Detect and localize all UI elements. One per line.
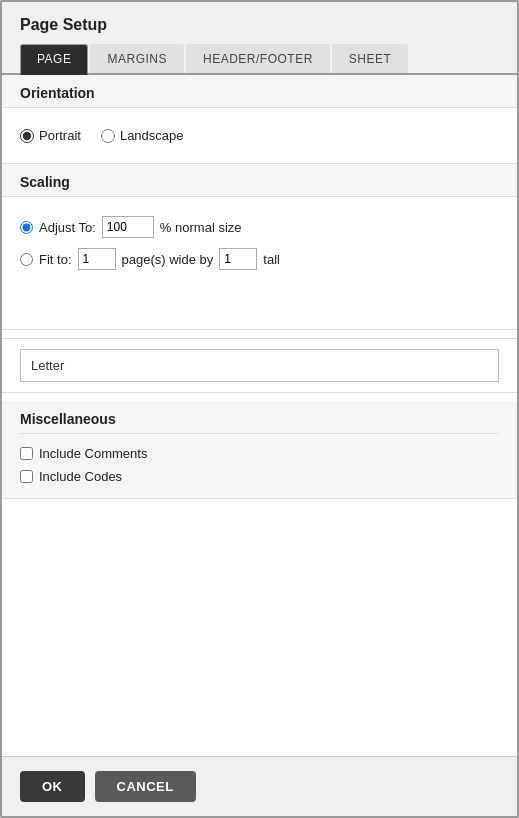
fit-to-tall-label: tall <box>263 252 280 267</box>
tab-page[interactable]: PAGE <box>20 44 88 75</box>
cancel-button[interactable]: CANCEL <box>95 771 196 802</box>
tabs-row: PAGE MARGINS HEADER/FOOTER SHEET <box>2 44 517 75</box>
fit-to-row: Fit to: page(s) wide by tall <box>20 243 499 275</box>
misc-header: Miscellaneous <box>20 411 499 433</box>
fit-to-wide-input[interactable] <box>78 248 116 270</box>
misc-section: Miscellaneous Include Comments Include C… <box>2 401 517 499</box>
fit-to-prefix: Fit to: <box>39 252 72 267</box>
landscape-radio[interactable] <box>101 129 115 143</box>
portrait-radio[interactable] <box>20 129 34 143</box>
dialog-title: Page Setup <box>2 2 517 44</box>
fit-to-radio[interactable] <box>20 253 33 266</box>
include-comments-checkbox[interactable] <box>20 447 33 460</box>
include-comments-label: Include Comments <box>39 446 147 461</box>
include-comments-row: Include Comments <box>20 442 499 465</box>
scaling-body: Adjust To: % normal size Fit to: page(s)… <box>2 197 517 329</box>
page-setup-dialog: Page Setup PAGE MARGINS HEADER/FOOTER SH… <box>0 0 519 818</box>
orientation-header: Orientation <box>2 75 517 108</box>
landscape-label: Landscape <box>120 128 184 143</box>
tab-margins[interactable]: MARGINS <box>90 44 184 73</box>
paper-dropdown[interactable]: Letter <box>20 349 499 382</box>
adjust-to-row: Adjust To: % normal size <box>20 211 499 243</box>
adjust-to-input[interactable] <box>102 216 154 238</box>
paper-section: Letter <box>2 338 517 393</box>
include-codes-checkbox[interactable] <box>20 470 33 483</box>
bottom-bar: OK CANCEL <box>2 756 517 816</box>
fit-to-wide-label: page(s) wide by <box>122 252 214 267</box>
adjust-to-radio[interactable] <box>20 221 33 234</box>
tab-header-footer[interactable]: HEADER/FOOTER <box>186 44 330 73</box>
include-codes-label: Include Codes <box>39 469 122 484</box>
orientation-section: Orientation Portrait Landscape <box>2 75 517 164</box>
portrait-option[interactable]: Portrait <box>20 128 81 143</box>
tab-sheet[interactable]: SHEET <box>332 44 409 73</box>
scaling-section: Scaling Adjust To: % normal size Fit to:… <box>2 164 517 330</box>
adjust-to-prefix: Adjust To: <box>39 220 96 235</box>
orientation-radio-row: Portrait Landscape <box>20 122 499 149</box>
ok-button[interactable]: OK <box>20 771 85 802</box>
scaling-header: Scaling <box>2 164 517 197</box>
adjust-to-suffix: % normal size <box>160 220 242 235</box>
orientation-body: Portrait Landscape <box>2 108 517 163</box>
include-codes-row: Include Codes <box>20 465 499 488</box>
content-area: Orientation Portrait Landscape Scaling <box>2 75 517 756</box>
portrait-label: Portrait <box>39 128 81 143</box>
fit-to-tall-input[interactable] <box>219 248 257 270</box>
landscape-option[interactable]: Landscape <box>101 128 184 143</box>
